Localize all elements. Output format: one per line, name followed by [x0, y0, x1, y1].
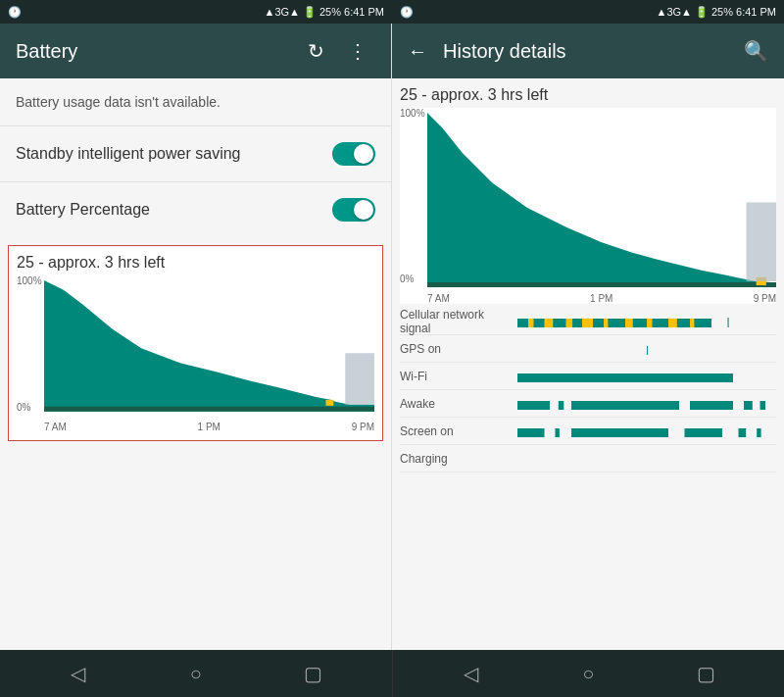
svg-rect-15	[647, 319, 653, 327]
back-button[interactable]: ←	[408, 36, 435, 67]
left-chart-0: 0%	[17, 402, 30, 413]
awake-row: Awake	[400, 390, 776, 418]
right-panel-body: 25 - approx. 3 hrs left 100% 0% 7 AM 1 P…	[392, 78, 784, 650]
svg-marker-7	[746, 203, 776, 281]
more-button[interactable]: ⋮	[340, 31, 375, 71]
recents-nav-button-right[interactable]: ▢	[686, 654, 725, 693]
gps-row: GPS on	[400, 335, 776, 363]
svg-rect-32	[757, 428, 760, 437]
svg-rect-26	[760, 401, 766, 410]
svg-rect-2	[325, 400, 333, 406]
svg-rect-30	[685, 428, 723, 437]
battery2-icon: 🔋	[695, 6, 709, 19]
svg-rect-11	[566, 319, 573, 327]
alarm-icon: 🕐	[8, 6, 22, 19]
svg-rect-18	[728, 318, 729, 327]
svg-rect-25	[744, 401, 753, 410]
svg-rect-22	[559, 401, 564, 410]
screen-label: Screen on	[400, 424, 517, 438]
svg-rect-29	[571, 428, 668, 437]
gps-label: GPS on	[400, 342, 517, 356]
time-9pm: 9 PM	[352, 422, 374, 432]
svg-rect-13	[604, 319, 608, 327]
right-left-icons: 🕐	[400, 6, 414, 19]
right-time-1pm: 1 PM	[590, 293, 612, 304]
svg-marker-3	[345, 353, 374, 405]
charging-row: Charging	[400, 445, 776, 473]
home-nav-button-left[interactable]: ○	[176, 654, 216, 693]
battery-chart-box: 25 - approx. 3 hrs left 100% 0%	[8, 245, 383, 441]
svg-rect-9	[528, 319, 534, 327]
right-toolbar-title: History details	[443, 40, 736, 63]
right-panel: ← History details 🔍 25 - approx. 3 hrs l…	[392, 24, 784, 650]
svg-rect-14	[625, 319, 633, 327]
recents-nav-button-left[interactable]: ▢	[294, 654, 333, 693]
left-panel-body: Battery usage data isn't available. Stan…	[0, 78, 391, 650]
search-button[interactable]: 🔍	[744, 39, 768, 63]
right-chart-title: 25 - approx. 3 hrs left	[400, 86, 776, 104]
back-nav-button-right[interactable]: ◁	[451, 654, 490, 693]
alarm2-icon: 🕐	[400, 6, 414, 19]
awake-label: Awake	[400, 397, 517, 411]
battery-info-text: Battery usage data isn't available.	[0, 78, 391, 125]
svg-rect-28	[556, 428, 560, 437]
right-time-7am: 7 AM	[427, 293, 450, 304]
svg-rect-31	[739, 428, 747, 437]
status-bars: 🕐 ▲3G▲ 🔋 25% 6:41 PM 🕐 ▲3G▲ 🔋 25% 6:41 P…	[0, 0, 784, 24]
svg-marker-1	[44, 407, 374, 412]
right-chart-container: 100% 0% 7 AM 1 PM 9 PM	[400, 108, 776, 304]
svg-rect-17	[690, 319, 694, 327]
cellular-row: Cellular network signal	[400, 308, 776, 335]
refresh-button[interactable]: ↻	[300, 31, 332, 71]
right-bottom-nav: ◁ ○ ▢	[393, 650, 785, 697]
right-time-9pm: 9 PM	[754, 293, 776, 304]
screen-row: Screen on	[400, 418, 776, 445]
left-toolbar: Battery ↻ ⋮	[0, 24, 391, 78]
left-chart-title: 25 - approx. 3 hrs left	[17, 254, 374, 272]
right-status-bar: 🕐 ▲3G▲ 🔋 25% 6:41 PM	[392, 0, 784, 24]
svg-rect-27	[517, 428, 545, 437]
svg-rect-16	[668, 319, 677, 327]
right-toolbar: ← History details 🔍	[392, 24, 784, 78]
standby-toggle[interactable]	[332, 142, 375, 166]
right-chart-0: 0%	[400, 274, 414, 284]
gps-bar	[517, 343, 776, 355]
wifi-label: Wi-Fi	[400, 370, 517, 383]
charging-label: Charging	[400, 452, 517, 466]
battery-icon: 🔋	[303, 6, 317, 19]
history-rows: Cellular network signal	[400, 308, 776, 473]
svg-rect-12	[582, 319, 593, 327]
battery-percent2: 25%	[711, 6, 733, 18]
time-7am: 7 AM	[44, 422, 67, 432]
svg-rect-23	[571, 401, 679, 410]
bottom-nav-bars: ◁ ○ ▢ ◁ ○ ▢	[0, 650, 784, 697]
svg-marker-5	[427, 282, 776, 287]
charging-bar	[517, 453, 776, 465]
svg-rect-19	[647, 346, 648, 355]
left-time-labels: 7 AM 1 PM 9 PM	[44, 422, 374, 432]
battery-percentage-label: Battery Percentage	[16, 201, 332, 219]
battery-percent: 25%	[319, 6, 341, 18]
signal2-icon: ▲3G▲	[657, 6, 692, 18]
screen-bar	[517, 425, 776, 437]
right-right-icons: ▲3G▲ 🔋 25% 6:41 PM	[657, 6, 776, 19]
wifi-bar	[517, 371, 776, 382]
standby-label: Standby intelligent power saving	[16, 145, 332, 163]
time-right: 6:41 PM	[736, 6, 776, 18]
battery-percentage-toggle[interactable]	[332, 198, 375, 222]
left-toolbar-title: Battery	[16, 40, 292, 63]
time-1pm: 1 PM	[198, 422, 220, 432]
svg-marker-4	[427, 108, 776, 287]
wifi-row: Wi-Fi	[400, 363, 776, 390]
cellular-label: Cellular network signal	[400, 308, 517, 335]
svg-rect-21	[517, 401, 550, 410]
right-time-labels: 7 AM 1 PM 9 PM	[427, 293, 776, 304]
home-nav-button-right[interactable]: ○	[568, 654, 608, 693]
back-nav-button-left[interactable]: ◁	[59, 654, 98, 693]
awake-bar	[517, 398, 776, 410]
left-chart-container: 100% 0% 7 AM 1 PM	[17, 275, 374, 432]
right-battery-chart-svg	[427, 108, 776, 287]
svg-rect-20	[517, 373, 733, 382]
left-chart-100: 100%	[17, 275, 42, 286]
left-battery-chart-svg	[44, 275, 374, 412]
